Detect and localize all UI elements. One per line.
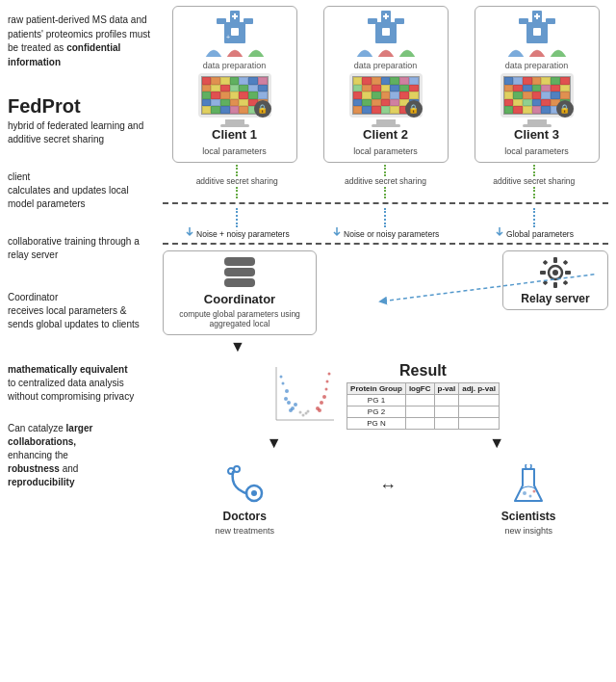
svg-rect-3 xyxy=(244,18,253,24)
coordinator-relay-row: Coordinator compute global parameters us… xyxy=(163,250,608,335)
top-note-text: raw patient-derived MS data and patients… xyxy=(8,13,153,69)
svg-point-53 xyxy=(307,410,310,413)
math-equiv-block: mathematically equivalent to centralized… xyxy=(8,350,153,417)
top-note-block: raw patient-derived MS data and patients… xyxy=(8,8,153,80)
results-table: Protein Group logFC p-val adj. p-val PG … xyxy=(346,382,500,430)
scientists-title: Scientists xyxy=(501,510,556,523)
svg-point-48 xyxy=(326,380,329,383)
svg-rect-28 xyxy=(543,260,549,266)
dashed-separator xyxy=(163,202,608,204)
arrow-to-doctors: ▼ xyxy=(267,435,282,451)
svg-text:+: + xyxy=(226,34,230,40)
svg-rect-25 xyxy=(553,282,557,288)
svg-rect-2 xyxy=(217,18,226,24)
arrow-down-icon: ▼ xyxy=(230,339,245,354)
lock-badge-1: 🔒 xyxy=(254,100,271,118)
database-icon xyxy=(224,257,255,287)
svg-rect-11 xyxy=(395,18,404,24)
client-3-title: Client 3 xyxy=(514,127,559,142)
svg-point-42 xyxy=(280,376,283,379)
col-adjpval: adj. p-val xyxy=(459,383,500,395)
secret-sharing-row: additive secret sharing additive secret … xyxy=(163,165,608,198)
noise-row: Noise + noisy parameters Noise or noisy … xyxy=(163,208,608,239)
lock-badge-3: 🔒 xyxy=(556,100,574,118)
db-disk-1 xyxy=(224,257,255,266)
fedprot-subtitle: hybrid of federated learning and additiv… xyxy=(8,119,153,146)
sharing-col-1: additive secret sharing xyxy=(174,165,299,198)
svg-rect-5 xyxy=(234,13,236,19)
svg-rect-17 xyxy=(519,18,528,24)
svg-point-57 xyxy=(234,466,240,472)
data-prep-label-2: data preparation xyxy=(354,61,418,70)
coordinator-label: Coordinator receives local parameters & … xyxy=(8,291,153,331)
client-2-title: Client 2 xyxy=(363,127,408,142)
svg-rect-29 xyxy=(563,260,569,266)
noise-col-3: Global parameters xyxy=(472,208,597,239)
bidirectional-arrow: ↔ xyxy=(379,476,397,496)
monitor-2: 🔒 xyxy=(349,73,423,118)
local-params-3: local parameters xyxy=(504,146,569,156)
svg-rect-20 xyxy=(536,13,538,19)
result-center: Result Protein Group logFC p-val adj. p-… xyxy=(346,362,500,430)
scientists-subtitle: new insights xyxy=(504,526,552,536)
fedprot-block: FedProt hybrid of federated learning and… xyxy=(8,80,153,157)
pg2-cell: PG 2 xyxy=(347,407,406,418)
col-protein-group: Protein Group xyxy=(347,383,406,395)
svg-point-58 xyxy=(523,491,526,495)
local-params-1: local parameters xyxy=(202,146,267,156)
svg-rect-27 xyxy=(565,271,571,275)
left-labels: raw patient-derived MS data and patients… xyxy=(0,0,159,682)
vert-line-2b xyxy=(384,187,386,198)
svg-point-38 xyxy=(284,397,288,401)
client-1-title: Client 1 xyxy=(212,127,257,142)
svg-point-52 xyxy=(299,411,302,414)
client-1-box: + data preparation xyxy=(172,6,297,163)
noise-label-1: Noise + noisy parameters xyxy=(174,227,299,239)
right-diagram: + data preparation xyxy=(159,0,616,682)
noise-vert-1 xyxy=(236,208,238,227)
svg-rect-18 xyxy=(546,18,555,24)
svg-point-49 xyxy=(328,373,331,376)
table-row: PG N xyxy=(347,418,500,430)
coord-arrow-down: ▼ xyxy=(163,339,608,354)
monitor-3: 🔒 xyxy=(500,73,574,118)
table-row: PG 2 xyxy=(347,407,500,418)
noise-label-3: Global parameters xyxy=(472,227,597,239)
flask-icon xyxy=(507,464,550,507)
col-pval: p-val xyxy=(434,383,459,395)
result-arrows: ▼ ▼ xyxy=(163,435,608,451)
vert-line-1 xyxy=(236,165,238,176)
db-disk-3 xyxy=(224,278,255,287)
svg-point-55 xyxy=(251,490,257,496)
svg-rect-21 xyxy=(533,28,541,36)
sharing-label-3: additive secret sharing xyxy=(493,176,575,186)
table-row: PG 1 xyxy=(347,395,500,407)
svg-point-47 xyxy=(325,388,328,391)
client-3-box: data preparation 🔒 Client 3 local parame… xyxy=(475,6,600,163)
coordinator-box: Coordinator compute global parameters us… xyxy=(163,250,317,335)
svg-point-23 xyxy=(552,270,558,275)
volcano-svg xyxy=(271,362,339,425)
svg-rect-31 xyxy=(563,280,569,286)
dashed-separator-2 xyxy=(163,243,608,245)
coordinator-title: Coordinator xyxy=(204,292,275,306)
svg-rect-13 xyxy=(385,13,387,19)
noise-col-1: Noise + noisy parameters xyxy=(174,208,299,239)
hospital-icon-2 xyxy=(368,11,404,45)
svg-point-62 xyxy=(526,464,531,469)
result-title: Result xyxy=(399,362,447,380)
svg-rect-10 xyxy=(368,18,377,24)
svg-point-39 xyxy=(294,403,297,407)
svg-point-36 xyxy=(287,401,291,405)
svg-point-44 xyxy=(320,401,323,405)
collaborative-block: collaborative training through a relay s… xyxy=(8,224,153,273)
relay-area: Relay server xyxy=(326,250,608,310)
volcano-plot xyxy=(271,362,339,425)
gear-icon xyxy=(538,255,573,290)
catalyze-label: Can catalyze larger collaborations, enha… xyxy=(8,422,153,489)
noise-label-2: Noise or noisy parameters xyxy=(322,227,448,239)
svg-rect-6 xyxy=(231,28,239,36)
bell-curves-2 xyxy=(355,45,417,59)
fedprot-title: FedProt xyxy=(8,95,153,118)
confidential-label: confidential information xyxy=(8,42,120,67)
